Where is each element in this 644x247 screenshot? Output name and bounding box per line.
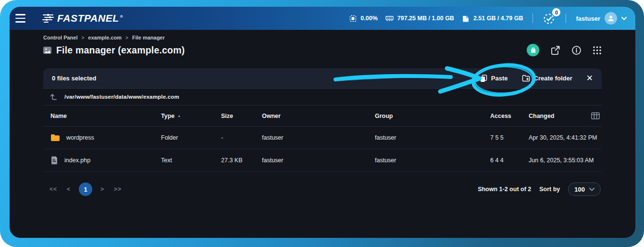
brand-logo[interactable]: FASTPANEL ® [42,13,123,24]
chevron-down-icon [589,188,594,191]
page-title: File manager (example.com) [56,45,185,56]
folder-plus-icon [522,75,530,82]
sort-asc-icon: ▲ [177,114,181,117]
divider [566,13,566,23]
divider [533,13,533,23]
columns-settings-button[interactable] [591,112,600,119]
folder-icon [50,134,60,142]
breadcrumb-file-manager[interactable]: File manager [132,35,165,40]
memory-icon [385,15,394,22]
paste-button[interactable]: Paste [480,75,508,82]
per-page-value: 100 [574,186,585,193]
breadcrumb-site[interactable]: example.com [88,35,122,40]
page-nav: << < 1 > >> [47,182,124,196]
file-name: index.php [64,157,90,164]
toolbar-actions: Paste Create folder ✕ [480,74,593,82]
file-changed: Apr 30, 2025, 4:41:32 PM [529,134,602,141]
file-changed: Jun 6, 2025, 3:55:03 AM [529,157,602,164]
cpu-stat: 0.00% [349,15,377,22]
shown-summary: Shown 1-2 out of 2 [478,186,531,193]
current-path: /var/www/fastuser/data/www/example.com [64,94,179,100]
columns-icon [591,112,600,119]
table-row[interactable]: wordpress Folder - fastuser fastuser 7 5… [43,127,602,149]
column-label: Name [50,113,67,119]
apps-menu-button[interactable] [593,46,602,55]
column-header-type[interactable]: Type ▲ [161,113,221,119]
open-external-button[interactable] [550,45,560,55]
info-button[interactable] [571,45,582,55]
chevron-down-icon [621,17,627,20]
file-name-cell: wordpress [50,134,161,142]
sort-by-label: Sort by [539,186,560,193]
resource-stats: 0.00% 797.25 MB / 1.00 GB [349,12,627,25]
file-owner: fastuser [262,157,375,164]
column-label: Type [161,113,174,119]
file-size: - [221,134,262,141]
main-content: Control Panel > example.com > File manag… [10,35,635,196]
column-header-name[interactable]: Name [50,113,161,119]
username: fastuser [576,15,600,22]
per-page-select[interactable]: 100 [568,182,601,196]
paste-icon [480,75,487,82]
file-group: fastuser [375,157,490,164]
close-icon[interactable]: ✕ [586,74,593,82]
app-window: FASTPANEL ® 0.00% [10,7,635,238]
memory-stat: 797.25 MB / 1.00 GB [385,15,454,22]
file-access: 6 4 4 [490,157,529,164]
breadcrumb-control-panel[interactable]: Control Panel [43,35,78,40]
memory-value: 797.25 MB / 1.00 GB [397,15,454,22]
pagination: << < 1 > >> Shown 1-2 out of 2 Sort by 1… [43,182,602,196]
breadcrumb-separator: > [125,35,128,40]
create-folder-label: Create folder [534,75,572,82]
path-bar: /var/www/fastuser/data/www/example.com [43,89,602,105]
selection-count: 0 files selected [52,75,97,82]
file-size: 27.3 KB [221,157,262,164]
create-folder-button[interactable]: Create folder [522,75,572,82]
logo-registered-mark: ® [120,14,123,19]
paste-label: Paste [491,75,508,82]
up-directory-icon[interactable] [50,93,58,101]
table-header: Name Type ▲ Size Owner Group Access [43,105,602,127]
external-link-icon [550,45,560,55]
file-owner: fastuser [262,134,375,141]
column-header-changed[interactable]: Changed [529,112,602,119]
marketplace-button[interactable] [527,44,539,56]
equalizer-icon [42,13,54,23]
column-label: Changed [529,113,554,119]
user-menu[interactable]: fastuser [576,12,627,25]
column-header-size[interactable]: Size [221,113,262,119]
last-page-button[interactable]: >> [111,186,124,193]
current-page-button[interactable]: 1 [79,182,92,196]
cpu-icon [349,15,357,22]
file-type: Text [161,157,221,164]
column-header-owner[interactable]: Owner [262,113,375,119]
first-page-button[interactable]: << [47,186,60,193]
top-bar: FASTPANEL ® 0.00% [10,7,635,30]
breadcrumb-separator: > [82,35,85,40]
next-page-button[interactable]: > [96,186,109,193]
file-type: Folder [161,134,221,141]
pagination-right: Shown 1-2 out of 2 Sort by 100 [478,182,601,196]
file-icon [50,156,58,165]
file-access: 7 5 5 [490,134,529,141]
column-label: Size [221,113,233,119]
file-name: wordpress [66,134,94,141]
column-header-group[interactable]: Group [375,113,490,119]
screenshot-stage: FASTPANEL ® 0.00% [0,0,644,247]
column-label: Group [375,113,393,119]
avatar [605,12,617,25]
hamburger-icon[interactable] [15,13,30,24]
tasks-button[interactable]: 0 [543,12,556,25]
prev-page-button[interactable]: < [62,186,75,193]
title-row: File manager (example.com) [43,44,602,56]
tasks-count-badge: 0 [552,8,560,16]
column-header-access[interactable]: Access [490,113,529,119]
disk-value: 2.51 GB / 4.79 GB [473,15,523,22]
table-row[interactable]: index.php Text 27.3 KB fastuser fastuser… [43,149,602,172]
breadcrumb: Control Panel > example.com > File manag… [43,35,602,40]
column-label: Owner [262,113,281,119]
file-name-cell: index.php [50,156,161,165]
disk-icon [462,15,470,22]
avatar-icon [607,14,615,22]
bag-icon [530,47,536,53]
